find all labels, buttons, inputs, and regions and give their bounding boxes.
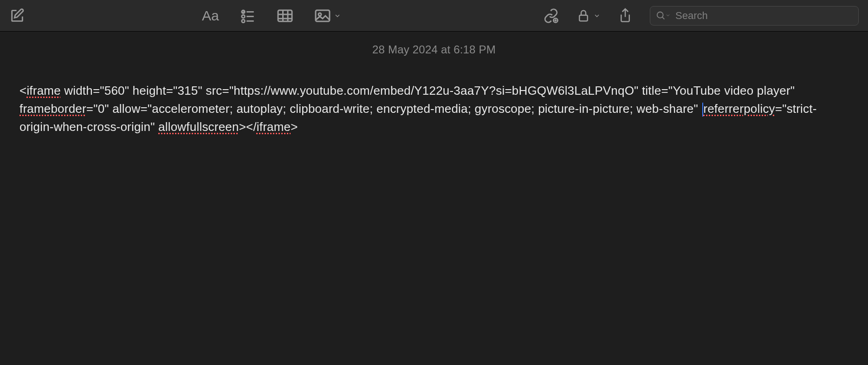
svg-point-17 xyxy=(657,12,663,18)
link-icon xyxy=(543,8,559,24)
search-input[interactable] xyxy=(675,10,853,22)
spell-error: iframe xyxy=(26,84,60,98)
spell-error: iframe xyxy=(257,120,291,134)
toolbar-right-group xyxy=(543,6,859,26)
svg-point-12 xyxy=(318,13,321,16)
note-text: > xyxy=(291,120,298,134)
svg-line-18 xyxy=(662,17,665,19)
media-icon xyxy=(314,9,331,23)
note-text: ="0" allow="accelerometer; autoplay; cli… xyxy=(86,102,701,116)
spell-error: referrerpolicy xyxy=(703,102,775,116)
spell-error: allowfullscreen xyxy=(158,120,239,134)
svg-rect-6 xyxy=(278,10,292,21)
toolbar-left-group xyxy=(9,8,25,24)
toolbar-center-group: Aa xyxy=(202,8,341,24)
note-text: ></ xyxy=(239,120,257,134)
checklist-button[interactable] xyxy=(240,8,256,24)
search-field[interactable] xyxy=(650,6,859,26)
svg-rect-16 xyxy=(579,15,588,21)
lock-button[interactable] xyxy=(577,8,601,24)
search-icon xyxy=(656,11,666,21)
chevron-down-icon xyxy=(334,12,341,20)
note-timestamp: 28 May 2024 at 6:18 PM xyxy=(19,43,849,56)
compose-icon xyxy=(9,8,25,24)
svg-point-2 xyxy=(242,15,245,18)
share-button[interactable] xyxy=(618,7,632,24)
lock-icon xyxy=(577,8,590,24)
share-icon xyxy=(618,7,632,24)
note-body[interactable]: <iframe width="560" height="315" src="ht… xyxy=(19,82,849,136)
spell-error: frameborder xyxy=(19,102,86,116)
note-text: width="560" height="315" src="https://ww… xyxy=(61,84,795,98)
note-content-area[interactable]: 28 May 2024 at 6:18 PM <iframe width="56… xyxy=(0,32,868,148)
link-button[interactable] xyxy=(543,8,559,24)
table-icon xyxy=(277,9,293,23)
media-button[interactable] xyxy=(314,9,341,23)
note-text: < xyxy=(19,84,26,98)
svg-point-4 xyxy=(242,20,245,23)
checklist-icon xyxy=(240,8,256,24)
table-button[interactable] xyxy=(277,9,293,23)
svg-rect-11 xyxy=(316,10,330,21)
format-button[interactable]: Aa xyxy=(202,8,219,24)
chevron-down-icon xyxy=(593,12,601,20)
toolbar: Aa xyxy=(0,0,868,32)
chevron-down-icon xyxy=(665,12,671,20)
compose-button[interactable] xyxy=(9,8,25,24)
